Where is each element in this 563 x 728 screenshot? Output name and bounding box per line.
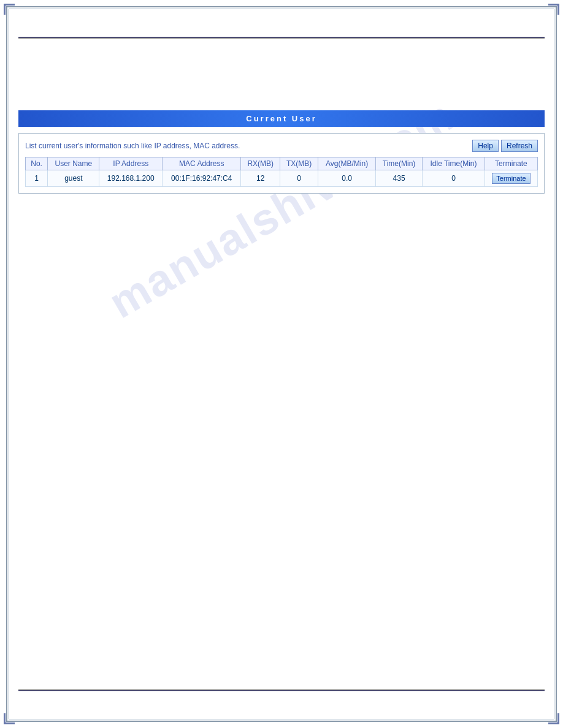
user-table: No. User Name IP Address MAC Address RX(… [25, 157, 538, 187]
col-no: No. [26, 157, 48, 170]
corner-bl [4, 713, 15, 724]
cell-avg: 0.0 [318, 170, 376, 187]
table-header-row: No. User Name IP Address MAC Address RX(… [26, 157, 538, 170]
cell-mac: 00:1F:16:92:47:C4 [163, 170, 241, 187]
top-divider [18, 37, 545, 39]
table-row: 1guest192.168.1.20000:1F:16:92:47:C41200… [26, 170, 538, 187]
col-terminate: Terminate [484, 157, 537, 170]
col-tx: TX(MB) [280, 157, 318, 170]
cell-username: guest [48, 170, 99, 187]
col-idle: Idle Time(Min) [423, 157, 485, 170]
col-ip: IP Address [99, 157, 163, 170]
content-area: Current User List current user's informa… [18, 49, 545, 679]
panel-header-row: List current user's information such lik… [25, 140, 538, 152]
help-button[interactable]: Help [472, 140, 499, 152]
refresh-button[interactable]: Refresh [501, 140, 538, 152]
col-username: User Name [48, 157, 99, 170]
corner-tl [4, 4, 15, 15]
page-title: Current User [18, 110, 545, 127]
panel-description: List current user's information such lik… [25, 142, 240, 150]
cell-idle: 0 [423, 170, 485, 187]
terminate-button[interactable]: Terminate [492, 173, 530, 184]
cell-ip: 192.168.1.200 [99, 170, 163, 187]
main-panel: List current user's information such lik… [18, 133, 545, 194]
bottom-divider [18, 689, 545, 691]
cell-tx: 0 [280, 170, 318, 187]
corner-tr [548, 4, 559, 15]
col-avg: Avg(MB/Min) [318, 157, 376, 170]
col-mac: MAC Address [163, 157, 241, 170]
panel-buttons: Help Refresh [472, 140, 538, 152]
col-rx: RX(MB) [241, 157, 280, 170]
corner-br [548, 713, 559, 724]
col-time: Time(Min) [376, 157, 423, 170]
cell-terminate: Terminate [484, 170, 537, 187]
cell-time: 435 [376, 170, 423, 187]
cell-rx: 12 [241, 170, 280, 187]
cell-no: 1 [26, 170, 48, 187]
